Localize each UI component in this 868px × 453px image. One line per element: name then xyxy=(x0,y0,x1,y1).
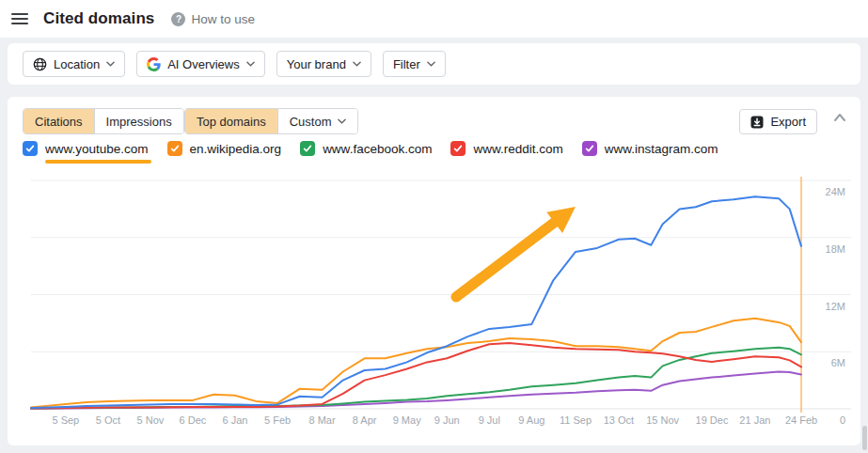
chevron-down-icon xyxy=(106,61,115,67)
svg-text:11 Sep: 11 Sep xyxy=(560,414,592,426)
tab-citations[interactable]: Citations xyxy=(24,109,94,133)
trend-arrow-annotation xyxy=(456,207,576,297)
legend-label: www.facebook.com xyxy=(323,142,432,156)
svg-text:8 Apr: 8 Apr xyxy=(353,414,377,426)
tab-custom[interactable]: Custom xyxy=(277,109,357,133)
legend-item-reddit[interactable]: www.reddit.com xyxy=(450,141,562,156)
checkbox-checked-icon[interactable] xyxy=(167,141,182,156)
checkbox-checked-icon[interactable] xyxy=(300,141,315,156)
download-icon xyxy=(750,116,764,129)
svg-text:9 May: 9 May xyxy=(393,414,421,426)
ai-overviews-filter-button[interactable]: AI Overviews xyxy=(136,51,265,77)
axis-labels: 24M18M12M6M05 Sep5 Oct5 Nov6 Dec6 Jan5 F… xyxy=(52,186,845,426)
svg-text:9 Aug: 9 Aug xyxy=(518,414,544,426)
filter-button-label: Filter xyxy=(393,57,420,71)
cited-domains-panel: Citations Impressions Top domains Custom… xyxy=(8,97,860,445)
top-header: Cited domains ? How to use xyxy=(0,0,868,38)
how-to-use-label: How to use xyxy=(191,12,255,26)
active-domain-underline xyxy=(45,160,151,164)
legend: www.youtube.com en.wikipedia.org www.fac… xyxy=(23,141,718,156)
tab-impressions[interactable]: Impressions xyxy=(94,109,183,133)
svg-text:8 Mar: 8 Mar xyxy=(309,414,336,426)
tab-custom-label: Custom xyxy=(290,115,332,129)
question-mark-icon: ? xyxy=(171,12,185,26)
your-brand-filter-label: Your brand xyxy=(287,57,346,71)
hamburger-menu-icon[interactable] xyxy=(11,13,28,25)
collapse-panel-chevron[interactable] xyxy=(833,113,846,122)
location-filter-label: Location xyxy=(54,57,100,71)
legend-item-instagram[interactable]: www.instagram.com xyxy=(582,141,718,156)
globe-icon xyxy=(33,57,47,71)
domain-mode-toggle: Top domains Custom xyxy=(184,108,358,134)
legend-item-youtube[interactable]: www.youtube.com xyxy=(23,141,149,156)
svg-text:5 Feb: 5 Feb xyxy=(264,414,291,426)
series-lines xyxy=(31,196,801,409)
export-label: Export xyxy=(770,115,806,129)
checkbox-checked-icon[interactable] xyxy=(450,141,466,156)
legend-label: www.instagram.com xyxy=(605,142,718,156)
chevron-down-icon xyxy=(246,61,255,67)
grid-lines xyxy=(31,180,851,409)
legend-item-facebook[interactable]: www.facebook.com xyxy=(300,141,432,156)
metric-toggle: Citations Impressions xyxy=(23,108,184,134)
svg-text:21 Jan: 21 Jan xyxy=(739,414,770,426)
chevron-down-icon xyxy=(338,118,346,124)
chevron-down-icon xyxy=(353,61,361,67)
google-icon xyxy=(147,57,161,71)
svg-text:5 Oct: 5 Oct xyxy=(96,414,120,426)
legend-label: www.reddit.com xyxy=(473,142,562,156)
svg-text:19 Dec: 19 Dec xyxy=(696,414,729,426)
your-brand-filter-button[interactable]: Your brand xyxy=(276,51,371,77)
page-title: Cited domains xyxy=(43,9,154,28)
page-scrollbar-thumb[interactable] xyxy=(862,426,867,450)
svg-text:0: 0 xyxy=(840,414,845,426)
checkbox-checked-icon[interactable] xyxy=(23,141,38,156)
how-to-use-link[interactable]: ? How to use xyxy=(171,12,255,26)
export-button[interactable]: Export xyxy=(739,109,817,134)
tab-top-domains[interactable]: Top domains xyxy=(185,109,277,133)
svg-text:15 Nov: 15 Nov xyxy=(646,414,679,426)
svg-text:5 Nov: 5 Nov xyxy=(137,414,165,426)
svg-text:6 Dec: 6 Dec xyxy=(180,414,207,426)
legend-label: www.youtube.com xyxy=(45,142,149,156)
svg-text:24 Feb: 24 Feb xyxy=(785,414,817,426)
svg-text:5 Sep: 5 Sep xyxy=(52,414,79,426)
svg-text:6M: 6M xyxy=(831,357,845,368)
location-filter-button[interactable]: Location xyxy=(23,51,125,77)
svg-text:9 Jul: 9 Jul xyxy=(479,414,500,426)
filter-button[interactable]: Filter xyxy=(383,51,446,77)
ai-overviews-filter-label: AI Overviews xyxy=(167,57,240,71)
svg-text:13 Oct: 13 Oct xyxy=(604,414,634,426)
filter-bar: Location AI Overviews Your brand Filter xyxy=(8,43,860,85)
citation-chart[interactable]: 24M18M12M6M05 Sep5 Oct5 Nov6 Dec6 Jan5 F… xyxy=(8,170,860,438)
legend-label: en.wikipedia.org xyxy=(190,142,282,156)
svg-text:12M: 12M xyxy=(826,301,845,312)
legend-item-wikipedia[interactable]: en.wikipedia.org xyxy=(167,141,282,156)
checkbox-checked-icon[interactable] xyxy=(582,141,597,156)
svg-text:9 Jun: 9 Jun xyxy=(434,414,460,426)
svg-text:18M: 18M xyxy=(826,243,845,255)
svg-text:6 Jan: 6 Jan xyxy=(223,414,248,426)
svg-text:24M: 24M xyxy=(826,186,845,197)
chevron-down-icon xyxy=(427,61,435,67)
